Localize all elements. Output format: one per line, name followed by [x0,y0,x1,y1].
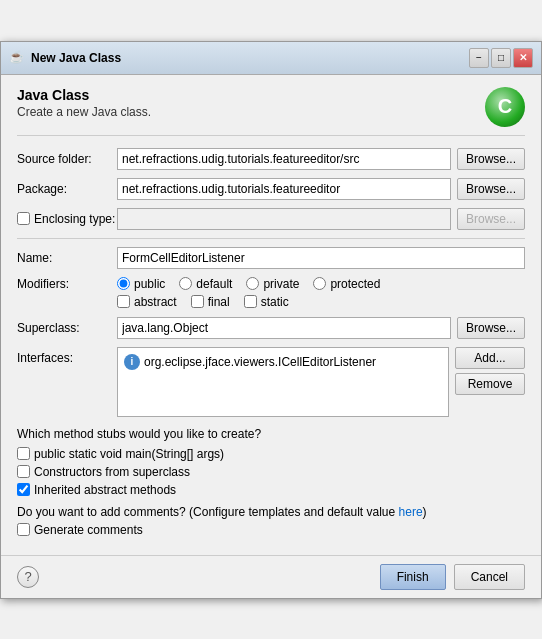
comments-question-text: Do you want to add comments? (Configure … [17,505,399,519]
generate-comments-checkbox[interactable] [17,523,30,536]
modifier-public-radio[interactable] [117,277,130,290]
stub-inherited-label: Inherited abstract methods [34,483,176,497]
source-folder-input[interactable] [117,148,451,170]
dialog-body: Java Class Create a new Java class. C So… [1,75,541,555]
title-bar-text: New Java Class [31,51,469,65]
modifier-protected-label[interactable]: protected [313,277,380,291]
stub-inherited-item: Inherited abstract methods [17,483,525,497]
source-folder-control [117,148,451,170]
package-label: Package: [17,182,117,196]
stub-constructors-checkbox[interactable] [17,465,30,478]
section-header-text: Java Class Create a new Java class. [17,87,151,119]
section-title: Java Class [17,87,151,103]
interfaces-row: Interfaces: i org.eclipse.jface.viewers.… [17,347,525,417]
package-row: Package: Browse... [17,178,525,200]
modifier-protected-radio[interactable] [313,277,326,290]
stub-main-label: public static void main(String[] args) [34,447,224,461]
interfaces-add-button[interactable]: Add... [455,347,525,369]
modifier-public-label[interactable]: public [117,277,165,291]
superclass-browse-button[interactable]: Browse... [457,317,525,339]
superclass-control [117,317,451,339]
generate-comments-item: Generate comments [17,523,525,537]
superclass-row: Superclass: Browse... [17,317,525,339]
stub-constructors-label: Constructors from superclass [34,465,190,479]
interfaces-buttons: Add... Remove [455,347,525,395]
enclosing-type-input[interactable] [117,208,451,230]
interface-icon: i [124,354,140,370]
cancel-button[interactable]: Cancel [454,564,525,590]
superclass-label: Superclass: [17,321,117,335]
interfaces-area-row: i org.eclipse.jface.viewers.ICellEditorL… [117,347,525,417]
close-button[interactable]: ✕ [513,48,533,68]
modifier-default-label[interactable]: default [179,277,232,291]
interfaces-remove-button[interactable]: Remove [455,373,525,395]
title-bar: ☕ New Java Class − □ ✕ [1,42,541,75]
modifier-static-label[interactable]: static [244,295,289,309]
bottom-buttons: Finish Cancel [380,564,525,590]
modifier-default-radio[interactable] [179,277,192,290]
enclosing-type-row: Enclosing type: Browse... [17,208,525,230]
modifier-abstract-label[interactable]: abstract [117,295,177,309]
enclosing-type-control [117,208,451,230]
package-browse-button[interactable]: Browse... [457,178,525,200]
modifier-static-checkbox[interactable] [244,295,257,308]
interface-name: org.eclipse.jface.viewers.ICellEditorLis… [144,355,376,369]
section-subtitle: Create a new Java class. [17,105,151,119]
minimize-button[interactable]: − [469,48,489,68]
help-button[interactable]: ? [17,566,39,588]
title-bar-buttons: − □ ✕ [469,48,533,68]
enclosing-type-browse-button[interactable]: Browse... [457,208,525,230]
bottom-bar: ? Finish Cancel [1,555,541,598]
stubs-title: Which method stubs would you like to cre… [17,427,525,441]
modifier-private-radio[interactable] [246,277,259,290]
source-folder-label: Source folder: [17,152,117,166]
modifier-abstract-checkbox[interactable] [117,295,130,308]
package-input[interactable] [117,178,451,200]
stubs-section: Which method stubs would you like to cre… [17,427,525,497]
name-input[interactable] [117,247,525,269]
logo-icon: C [485,87,525,127]
modifier-private-label[interactable]: private [246,277,299,291]
stub-main-item: public static void main(String[] args) [17,447,525,461]
modifier-final-checkbox[interactable] [191,295,204,308]
stub-inherited-checkbox[interactable] [17,483,30,496]
interface-item: i org.eclipse.jface.viewers.ICellEditorL… [122,352,444,372]
divider-1 [17,238,525,239]
name-control [117,247,525,269]
comments-question: Do you want to add comments? (Configure … [17,505,525,519]
interfaces-label: Interfaces: [17,347,117,365]
modifiers-label: Modifiers: [17,277,117,291]
source-folder-browse-button[interactable]: Browse... [457,148,525,170]
stub-constructors-item: Constructors from superclass [17,465,525,479]
source-folder-row: Source folder: Browse... [17,148,525,170]
enclosing-type-label: Enclosing type: [17,212,117,226]
superclass-input[interactable] [117,317,451,339]
comments-section: Do you want to add comments? (Configure … [17,505,525,537]
stub-main-checkbox[interactable] [17,447,30,460]
enclosing-type-checkbox[interactable] [17,212,30,225]
modifiers-extra: abstract final static [117,295,525,309]
dialog-icon: ☕ [9,50,25,66]
generate-comments-label: Generate comments [34,523,143,537]
dialog-container: ☕ New Java Class − □ ✕ Java Class Create… [0,41,542,599]
comments-here-link[interactable]: here [399,505,423,519]
modifier-final-label[interactable]: final [191,295,230,309]
maximize-button[interactable]: □ [491,48,511,68]
package-control [117,178,451,200]
name-label: Name: [17,251,117,265]
finish-button[interactable]: Finish [380,564,446,590]
section-header: Java Class Create a new Java class. C [17,87,525,136]
interfaces-area: i org.eclipse.jface.viewers.ICellEditorL… [117,347,449,417]
modifiers-row: Modifiers: public default private protec… [17,277,525,291]
name-row: Name: [17,247,525,269]
modifiers-radio-group: public default private protected [117,277,380,291]
